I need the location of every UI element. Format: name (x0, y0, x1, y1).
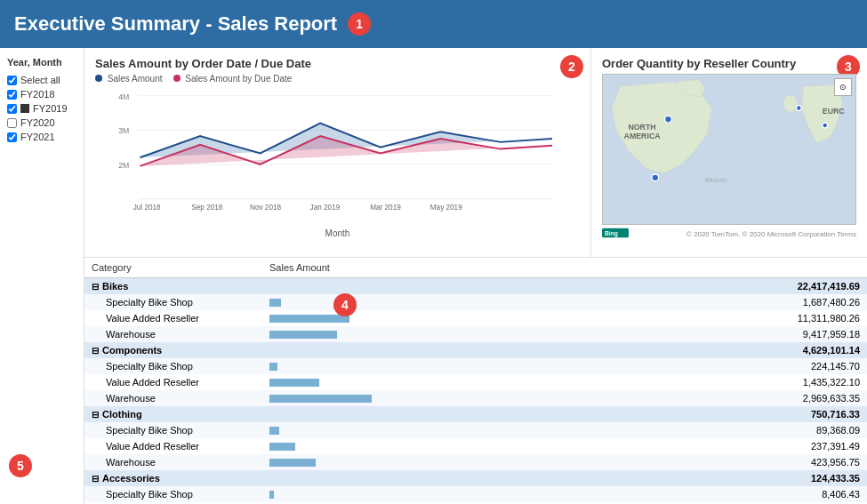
sidebar-fy2019[interactable]: FY2019 (7, 101, 76, 116)
cell-bar (262, 294, 458, 310)
table-panel[interactable]: 4 Category Sales Amount ⊟Bikes 22,417,41… (84, 257, 867, 504)
expand-icon[interactable]: ⊟ (92, 410, 99, 420)
cell-label: Value Added Reseller (84, 438, 262, 454)
sidebar: Year, Month Select all FY2018 FY2019 FY2… (0, 48, 84, 504)
cell-bar (262, 390, 458, 406)
sidebar-fy2018[interactable]: FY2018 (7, 87, 76, 101)
table-row: Warehouse 423,956.75 (84, 454, 867, 470)
svg-text:Jul 2018: Jul 2018 (133, 204, 161, 212)
cell-bar (262, 374, 458, 390)
fy2021-checkbox[interactable] (7, 132, 17, 142)
cell-value: 224,145.70 (458, 358, 867, 374)
badge-1: 1 (348, 12, 371, 36)
table-row: Warehouse 2,969,633.35 (84, 390, 867, 406)
expand-icon[interactable]: ⊟ (92, 474, 99, 484)
col-sales-bar: Sales Amount (262, 258, 458, 278)
svg-text:May 2019: May 2019 (430, 204, 462, 212)
fy2019-color (20, 104, 29, 113)
svg-point-26 (796, 106, 801, 111)
cell-label: Specialty Bike Shop (84, 422, 262, 438)
svg-point-19 (783, 95, 798, 113)
map-copyright: © 2020 TomTom, © 2020 Microsoft Corporat… (686, 230, 856, 238)
bar (269, 363, 277, 371)
sub-label: Specialty Bike Shop (106, 361, 193, 372)
fy2019-checkbox[interactable] (7, 104, 17, 114)
table-row: Value Added Reseller 237,391.49 (84, 438, 867, 454)
fy2018-checkbox[interactable] (7, 90, 17, 100)
cell-bar (262, 278, 458, 295)
top-panels: Sales Amount by Order Date / Due Date 2 … (84, 48, 867, 257)
bar-wrap (269, 378, 429, 387)
expand-icon[interactable]: ⊟ (92, 282, 99, 292)
cell-value: 9,417,959.18 (458, 326, 867, 342)
cell-bar (262, 342, 458, 358)
sub-label: Value Added Reseller (106, 441, 199, 452)
sub-label: Specialty Bike Shop (106, 425, 193, 436)
select-all-label: Select all (20, 75, 60, 85)
table-row: ⊟Components 4,629,101.14 (84, 342, 867, 358)
chart-legend: Sales Amount Sales Amount by Due Date (95, 74, 580, 84)
cell-value: 750,716.33 (458, 406, 867, 422)
cell-label: ⊟Clothing (84, 406, 262, 422)
legend-dot-sales (95, 75, 102, 82)
cell-bar (262, 358, 458, 374)
right-area: Sales Amount by Order Date / Due Date 2 … (84, 48, 867, 504)
cell-value: 11,311,980.26 (458, 310, 867, 326)
table-row: ⊟Bikes 22,417,419.69 (84, 278, 867, 295)
select-all-checkbox[interactable] (7, 76, 17, 85)
cell-bar (262, 310, 458, 326)
bar-wrap (269, 426, 429, 435)
bar (269, 491, 274, 499)
svg-text:AMERICA: AMERICA (624, 132, 662, 140)
expand-icon[interactable]: ⊟ (92, 346, 99, 356)
cell-label: Value Added Reseller (84, 374, 262, 390)
cell-label: Warehouse (84, 326, 262, 342)
cell-value: 89,368.09 (458, 422, 867, 438)
svg-text:Nov 2018: Nov 2018 (250, 204, 281, 212)
cell-value: 22,417,419.69 (458, 278, 867, 295)
badge-4: 4 (333, 293, 357, 316)
chart-x-label: Month (95, 228, 580, 238)
fy2020-checkbox[interactable] (7, 118, 17, 128)
map-title: Order Quantity by Reseller Country (602, 57, 856, 70)
svg-text:Jan 2019: Jan 2019 (310, 204, 341, 212)
cell-bar (262, 326, 458, 342)
fy2019-label: FY2019 (33, 103, 68, 114)
svg-text:Bing: Bing (605, 230, 618, 237)
legend-sales-amount: Sales Amount (95, 74, 163, 84)
cell-label: Warehouse (84, 390, 262, 406)
sidebar-fy2020[interactable]: FY2020 (7, 116, 76, 130)
bar-wrap (269, 394, 429, 403)
sidebar-fy2021[interactable]: FY2021 (7, 130, 76, 144)
sub-label: Specialty Bike Shop (106, 489, 193, 500)
map-globe-icon[interactable]: ⊙ (834, 78, 852, 96)
bar (269, 315, 349, 323)
sub-label: Warehouse (106, 393, 156, 404)
sub-label: Value Added Reseller (106, 377, 199, 388)
cell-value: 2,969,633.35 (458, 390, 867, 406)
bar (269, 395, 372, 403)
sidebar-select-all[interactable]: Select all (7, 73, 76, 87)
cell-bar (262, 406, 458, 422)
svg-text:Atlantic: Atlantic (704, 176, 727, 184)
map-svg: NORTH AMERICA EURC Atlantic (603, 75, 855, 224)
table-row: Value Added Reseller 11,311,980.26 (84, 310, 867, 326)
sub-label: Warehouse (106, 329, 156, 340)
cell-label: ⊟Bikes (84, 278, 262, 295)
chart-container: 4M 3M 2M (95, 89, 580, 227)
bing-svg: Bing (602, 227, 629, 239)
svg-text:4M: 4M (118, 92, 129, 101)
cell-value: 423,956.75 (458, 454, 867, 470)
header: Executive Summary - Sales Report 1 (0, 0, 867, 48)
table-row: ⊟Clothing 750,716.33 (84, 406, 867, 422)
svg-text:2M: 2M (118, 161, 129, 170)
map-container[interactable]: NORTH AMERICA EURC Atlantic ⊙ (602, 74, 856, 225)
cell-label: Specialty Bike Shop (84, 486, 262, 502)
sub-label: Warehouse (106, 457, 156, 468)
bar-wrap (269, 330, 429, 339)
cell-bar (262, 454, 458, 470)
bar-wrap (269, 458, 429, 467)
svg-point-24 (665, 116, 672, 123)
data-table: Category Sales Amount ⊟Bikes 22,417,419.… (84, 258, 867, 504)
sidebar-title: Year, Month (7, 57, 76, 68)
